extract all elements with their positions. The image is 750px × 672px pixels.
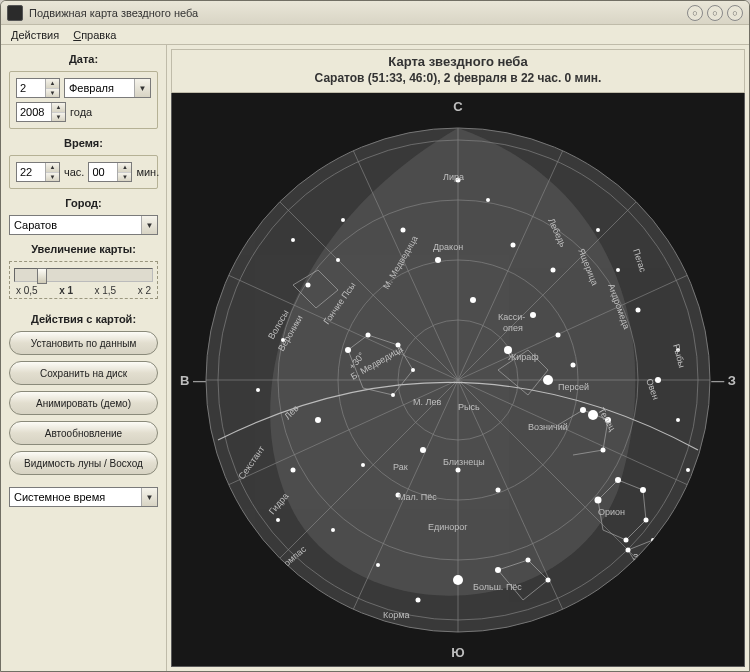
year-input[interactable] xyxy=(17,103,51,121)
menubar: Действия Справка xyxy=(1,25,749,45)
svg-point-22 xyxy=(551,267,556,272)
time-source-value: Системное время xyxy=(10,491,141,503)
svg-point-33 xyxy=(416,597,421,602)
day-input[interactable] xyxy=(17,79,45,97)
svg-text:Дракон: Дракон xyxy=(433,242,463,252)
month-value: Февраля xyxy=(65,82,134,94)
svg-point-53 xyxy=(306,282,311,287)
minute-suffix: мин. xyxy=(136,166,159,178)
zoom-tick-2: x 1,5 xyxy=(95,285,117,296)
svg-point-56 xyxy=(256,388,260,392)
cardinal-south: Ю xyxy=(451,645,464,660)
svg-text:Лира: Лира xyxy=(443,172,464,182)
svg-point-30 xyxy=(276,518,280,522)
map-subtitle: Саратов (51:33, 46:0), 2 февраля в 22 ча… xyxy=(172,71,744,87)
month-combo[interactable]: Февраля ▼ xyxy=(64,78,151,98)
map-title: Карта звездного неба xyxy=(172,54,744,71)
svg-point-24 xyxy=(366,332,371,337)
svg-point-26 xyxy=(411,368,415,372)
save-to-disk-button[interactable]: Сохранить на диск xyxy=(9,361,158,385)
svg-point-54 xyxy=(336,258,340,262)
moon-sunrise-button[interactable]: Видимость луны / Восход xyxy=(9,451,158,475)
svg-text:Больш. Пёс: Больш. Пёс xyxy=(473,582,522,592)
chevron-down-icon[interactable]: ▼ xyxy=(134,79,150,97)
svg-text:Мал. Пёс: Мал. Пёс xyxy=(398,492,437,502)
year-spinner[interactable]: ▲▼ xyxy=(16,102,66,122)
svg-point-67 xyxy=(341,218,345,222)
animate-demo-button[interactable]: Анимировать (демо) xyxy=(9,391,158,415)
svg-point-19 xyxy=(435,257,441,263)
auto-update-button[interactable]: Автообновление xyxy=(9,421,158,445)
menu-actions[interactable]: Действия xyxy=(11,29,59,41)
zoom-thumb[interactable] xyxy=(37,268,47,284)
svg-text:Возничий: Возничий xyxy=(528,422,568,432)
menu-help[interactable]: Справка xyxy=(73,29,116,41)
svg-point-21 xyxy=(511,242,516,247)
minute-down[interactable]: ▼ xyxy=(118,173,131,182)
city-combo[interactable]: Саратов ▼ xyxy=(9,215,158,235)
svg-point-14 xyxy=(453,575,463,585)
svg-text:Единорог: Единорог xyxy=(428,522,468,532)
svg-point-68 xyxy=(291,238,295,242)
svg-point-51 xyxy=(616,268,620,272)
svg-point-50 xyxy=(636,307,641,312)
svg-text:М. Лев: М. Лев xyxy=(413,397,441,407)
svg-text:опея: опея xyxy=(503,323,523,333)
svg-text:Корма: Корма xyxy=(383,610,409,620)
zoom-ticks: x 0,5 x 1 x 1,5 x 2 xyxy=(14,285,153,296)
hour-up[interactable]: ▲ xyxy=(46,163,59,173)
map-area: Карта звездного неба Саратов (51:33, 46:… xyxy=(167,45,749,671)
svg-point-37 xyxy=(595,496,602,503)
svg-text:Близнецы: Близнецы xyxy=(443,457,485,467)
svg-point-41 xyxy=(624,537,629,542)
chevron-down-icon[interactable]: ▼ xyxy=(141,216,157,234)
svg-point-69 xyxy=(676,418,680,422)
zoom-slider-panel: x 0,5 x 1 x 1,5 x 2 xyxy=(9,261,158,299)
year-up[interactable]: ▲ xyxy=(52,103,65,113)
svg-point-52 xyxy=(596,228,600,232)
minute-up[interactable]: ▲ xyxy=(118,163,131,173)
set-by-data-button[interactable]: Установить по данным xyxy=(9,331,158,355)
svg-point-45 xyxy=(580,407,586,413)
actions-label: Действия с картой: xyxy=(9,313,158,325)
cardinal-north: С xyxy=(453,99,462,114)
svg-text:Рысь: Рысь xyxy=(458,402,480,412)
map-canvas[interactable]: С Ю В — — З xyxy=(171,93,745,667)
svg-point-29 xyxy=(291,467,296,472)
maximize-button[interactable]: ○ xyxy=(707,5,723,21)
zoom-slider[interactable] xyxy=(14,268,153,282)
city-value: Саратов xyxy=(10,219,141,231)
svg-text:Рак: Рак xyxy=(393,462,408,472)
actions-panel: Установить по данным Сохранить на диск А… xyxy=(9,331,158,481)
time-source-combo[interactable]: Системное время ▼ xyxy=(9,487,158,507)
svg-point-36 xyxy=(546,577,551,582)
minimize-button[interactable]: ○ xyxy=(687,5,703,21)
year-suffix: года xyxy=(70,106,92,118)
zoom-label: Увеличение карты: xyxy=(9,243,158,255)
close-button[interactable]: ○ xyxy=(727,5,743,21)
day-down[interactable]: ▼ xyxy=(46,89,59,98)
app-body: Дата: ▲▼ Февраля ▼ ▲▼ xyxy=(1,45,749,671)
chevron-down-icon[interactable]: ▼ xyxy=(141,488,157,506)
zoom-tick-3: x 2 xyxy=(138,285,151,296)
svg-point-39 xyxy=(640,487,646,493)
svg-point-59 xyxy=(420,447,426,453)
time-panel: ▲▼ час. ▲▼ мин. xyxy=(9,155,158,189)
city-label: Город: xyxy=(9,197,158,209)
map-header: Карта звездного неба Саратов (51:33, 46:… xyxy=(171,49,745,93)
svg-point-70 xyxy=(686,468,690,472)
minute-spinner[interactable]: ▲▼ xyxy=(88,162,132,182)
svg-point-31 xyxy=(331,528,335,532)
year-down[interactable]: ▼ xyxy=(52,113,65,122)
hour-input[interactable] xyxy=(17,163,45,181)
day-up[interactable]: ▲ xyxy=(46,79,59,89)
hour-down[interactable]: ▼ xyxy=(46,173,59,182)
date-label: Дата: xyxy=(9,53,158,65)
svg-point-16 xyxy=(588,410,598,420)
day-spinner[interactable]: ▲▼ xyxy=(16,78,60,98)
minute-input[interactable] xyxy=(89,163,117,181)
zoom-tick-1: x 1 xyxy=(59,285,73,296)
svg-point-32 xyxy=(376,563,380,567)
svg-point-28 xyxy=(315,417,321,423)
hour-spinner[interactable]: ▲▼ xyxy=(16,162,60,182)
